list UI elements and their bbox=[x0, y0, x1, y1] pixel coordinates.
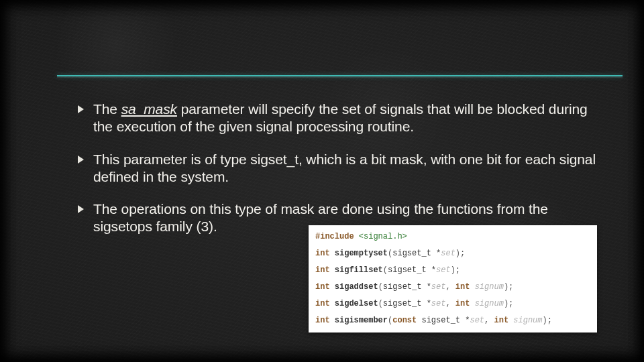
divider-line bbox=[57, 75, 623, 76]
code-fn-lines: int sigemptyset(sigset_t *set);int sigfi… bbox=[315, 247, 590, 327]
token-arg-name: set bbox=[441, 249, 455, 258]
token-paren: ( bbox=[378, 282, 383, 292]
token-arg-name: set bbox=[431, 282, 446, 292]
bullet-item: This parameter is of type sigset_t, whic… bbox=[77, 151, 597, 186]
token-arg-name: signum bbox=[475, 299, 504, 308]
token-paren: ); bbox=[543, 316, 552, 325]
code-line-include: #include <signal.h> bbox=[315, 231, 590, 247]
token-arg-type: int bbox=[455, 299, 475, 308]
token-paren: ( bbox=[383, 265, 388, 275]
chalkboard-background: The sa_mask parameter will specify the s… bbox=[0, 0, 644, 362]
token-comma: , bbox=[445, 299, 455, 308]
bullet-text-post: This parameter is of type sigset_t, whic… bbox=[93, 152, 596, 184]
code-line: int sigfillset(sigset_t *set); bbox=[315, 264, 590, 281]
token-comma: , bbox=[445, 282, 455, 292]
bullet-text: The sa_mask parameter will specify the s… bbox=[93, 101, 597, 136]
token-fn-name: sigemptyset bbox=[335, 249, 388, 258]
token-paren: ( bbox=[378, 299, 383, 308]
token-return-type: int bbox=[315, 316, 330, 325]
token-fn-name: sigdelset bbox=[335, 299, 378, 308]
token-arg-type: int bbox=[494, 316, 513, 325]
token-arg-type: sigset_t * bbox=[392, 249, 441, 258]
token-paren: ); bbox=[504, 299, 513, 308]
bullet-marker-icon bbox=[77, 156, 84, 186]
token-comma: , bbox=[484, 316, 494, 325]
token-return-type: int bbox=[315, 282, 330, 292]
token-arg-type: int bbox=[455, 282, 475, 292]
token-fn-name: sigaddset bbox=[335, 282, 378, 292]
token-arg-type: sigset_t * bbox=[421, 316, 470, 325]
token-const: const bbox=[392, 316, 421, 325]
code-line: int sigdelset(sigset_t *set, int signum)… bbox=[315, 298, 590, 314]
keyword-sa-mask: sa_mask bbox=[121, 101, 177, 117]
token-paren: ); bbox=[455, 249, 465, 258]
token-return-type: int bbox=[315, 265, 330, 275]
token-arg-name: signum bbox=[475, 282, 504, 292]
bullet-text-pre: The bbox=[93, 101, 121, 117]
token-arg-name: set bbox=[436, 265, 451, 275]
code-line: int sigaddset(sigset_t *set, int signum)… bbox=[315, 281, 590, 298]
token-arg-name: set bbox=[470, 316, 484, 325]
token-include-header: <signal.h> bbox=[359, 232, 407, 241]
code-line: int sigismember(const sigset_t *set, int… bbox=[315, 314, 590, 327]
code-line: int sigemptyset(sigset_t *set); bbox=[315, 247, 590, 264]
token-paren: ); bbox=[451, 265, 460, 275]
token-return-type: int bbox=[315, 299, 330, 308]
token-paren: ); bbox=[504, 282, 513, 292]
token-arg-type: sigset_t * bbox=[383, 299, 431, 308]
token-arg-name: set bbox=[431, 299, 446, 308]
token-arg-type: sigset_t * bbox=[388, 265, 436, 275]
token-arg-type: sigset_t * bbox=[383, 282, 431, 292]
token-fn-name: sigfillset bbox=[335, 265, 383, 275]
token-fn-name: sigismember bbox=[335, 316, 388, 325]
bullet-marker-icon bbox=[77, 205, 84, 236]
token-preprocessor: #include bbox=[315, 232, 354, 241]
bullet-text: This parameter is of type sigset_t, whic… bbox=[93, 151, 597, 186]
bullet-marker-icon bbox=[77, 105, 84, 136]
code-snippet-card: #include <signal.h> int sigemptyset(sigs… bbox=[309, 225, 597, 333]
token-return-type: int bbox=[315, 249, 330, 258]
token-arg-name: signum bbox=[513, 316, 542, 325]
bullet-item: The sa_mask parameter will specify the s… bbox=[77, 101, 597, 136]
